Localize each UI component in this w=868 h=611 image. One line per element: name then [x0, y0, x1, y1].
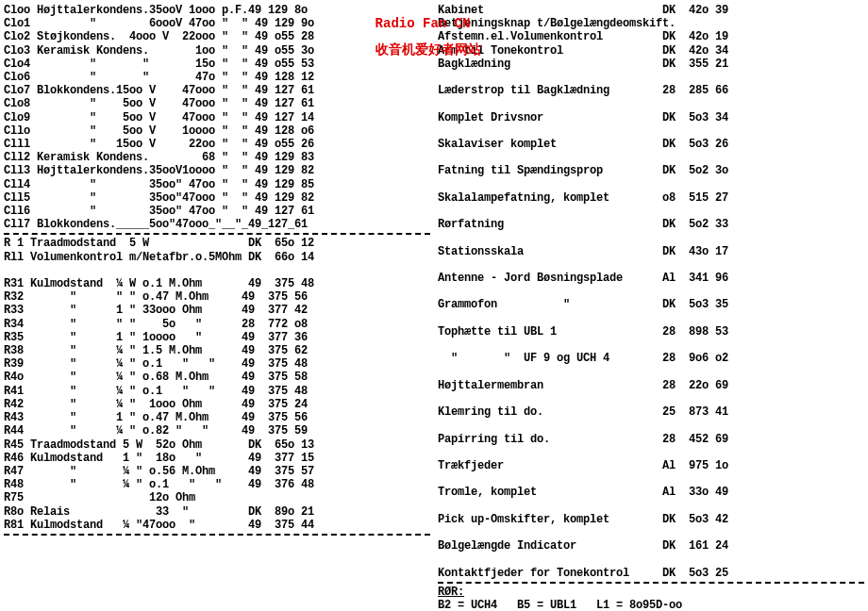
divider: [4, 534, 430, 536]
capacitor-row: Cll5 " 35oo"47ooo " " 49 129 82: [4, 191, 430, 205]
part-row: Antenne - Jord Bøsningsplade Al 341 96: [438, 272, 864, 285]
part-row: Tophætte til UBL 1 28 898 53: [438, 325, 864, 339]
resistor-row: R43 " 1 " o.47 M.Ohm 49 375 56: [4, 411, 430, 424]
resistor-row: Rll Volumenkontrol m/Netafbr.o.5MOhm DK …: [4, 251, 430, 264]
part-row: Kabinet DK 42o 39: [438, 4, 864, 17]
part-row: [438, 124, 864, 138]
capacitor-row: Cll6 " 35oo" 47oo " " 49 127 61: [4, 205, 430, 218]
part-row: Pick up-Omskifter, komplet DK 5o3 42: [438, 513, 864, 526]
part-row: [438, 446, 864, 459]
resistor-row: R 1 Traadmodstand 5 W DK 65o 12: [4, 237, 430, 250]
part-row: Skalaviser komplet DK 5o3 26: [438, 138, 864, 151]
part-row: " " UF 9 og UCH 4 28 9o6 o2: [438, 352, 864, 365]
watermark-line2: 收音机爱好者网站: [376, 42, 481, 58]
part-row: Trækfjeder Al 975 1o: [438, 459, 864, 472]
watermark-line1: Radio Fan CN: [376, 16, 471, 31]
part-row: Afstemn.el.Volumenkontrol DK 42o 19: [438, 30, 864, 43]
part-row: [438, 500, 864, 513]
part-row: Skalalampefatning, komplet o8 515 27: [438, 191, 864, 205]
resistor-row: R45 Traadmodstand 5 W 52o Ohm DK 65o 13: [4, 438, 430, 452]
resistor-row: R38 " ¼ " 1.5 M.Ohm 49 375 62: [4, 344, 430, 357]
resistor-row: R41 " ¼ " o.1 " " 49 375 48: [4, 385, 430, 398]
part-row: [438, 312, 864, 325]
part-row: [438, 151, 864, 164]
part-row: [438, 339, 864, 352]
part-row: [438, 231, 864, 244]
part-row: [438, 258, 864, 272]
parts-list-page: Radio Fan CN 收音机爱好者网站 Cloo Højttalerkond…: [4, 4, 864, 611]
divider: [438, 582, 864, 584]
tubes-heading: RØR:: [438, 586, 864, 599]
right-column: Kabinet DK 42o 39Betjeningsknap t/Bølgel…: [438, 4, 864, 611]
capacitor-row: Clll " 15oo V 22oo " " 49 o55 26: [4, 138, 430, 151]
part-row: Bølgelængde Indicator DK 161 24: [438, 539, 864, 553]
part-row: [438, 419, 864, 432]
capacitor-row: Cll2 Keramisk Kondens. 68 " " 49 129 83: [4, 151, 430, 164]
part-row: Papirring til do. 28 452 69: [438, 433, 864, 446]
resistor-row: R42 " ¼ " 1ooo Ohm 49 375 24: [4, 398, 430, 411]
resistor-row: R31 Kulmodstand ¼ W o.1 M.Ohm 49 375 48: [4, 277, 430, 290]
capacitor-row: Clo9 " 5oo V 47ooo " " 49 127 14: [4, 111, 430, 124]
part-row: [438, 97, 864, 110]
capacitor-row: Cllo " 5oo V 1oooo " " 49 128 o6: [4, 124, 430, 138]
resistor-row: R39 " ¼ " o.1 " " 49 375 48: [4, 357, 430, 371]
cabinet-parts-list: Kabinet DK 42o 39Betjeningsknap t/Bølgel…: [438, 4, 864, 580]
watermark: Radio Fan CN 收音机爱好者网站: [343, 4, 481, 70]
resistor-row: R44 " ¼ " o.82 " " 49 375 59: [4, 424, 430, 438]
capacitor-row: Clo6 " " 47o " " 49 128 12: [4, 71, 430, 84]
part-row: [438, 285, 864, 298]
resistor-row: R75 12o Ohm: [4, 491, 430, 504]
part-row: Fatning til Spændingsprop DK 5o2 3o: [438, 164, 864, 177]
resistor-row: R32 " " " o.47 M.Ohm 49 375 56: [4, 290, 430, 304]
resistor-row: R8o Relais 33 " DK 89o 21: [4, 505, 430, 519]
capacitor-row: Clo8 " 5oo V 47ooo " " 49 127 61: [4, 97, 430, 110]
part-row: Tromle, komplet Al 33o 49: [438, 486, 864, 499]
spacer: [4, 264, 430, 277]
part-row: Grammofon " DK 5o3 35: [438, 298, 864, 311]
part-row: Læderstrop til Bagklædning 28 285 66: [438, 84, 864, 97]
part-row: Højttalermembran 28 22o 69: [438, 379, 864, 392]
part-row: Klemring til do. 25 873 41: [438, 405, 864, 419]
part-row: [438, 71, 864, 84]
part-row: [438, 526, 864, 539]
capacitor-row: Cll7 Blokkondens._____5oo"47ooo_"__"_49_…: [4, 218, 430, 231]
capacitor-row: Cll3 Højttalerkondens.35ooV1oooo " " 49 …: [4, 164, 430, 177]
resistor-list-b: R31 Kulmodstand ¼ W o.1 M.Ohm 49 375 48R…: [4, 277, 430, 532]
part-row: [438, 472, 864, 486]
part-row: Arm til Tonekontrol DK 42o 34: [438, 44, 864, 58]
resistor-row: R34 " " " 5o " 28 772 o8: [4, 318, 430, 331]
part-row: Bagklædning DK 355 21: [438, 58, 864, 71]
resistor-row: R47 " ¼ " o.56 M.Ohm 49 375 57: [4, 465, 430, 478]
part-row: Stationsskala DK 43o 17: [438, 245, 864, 258]
resistor-row: R48 " ¼ " o.1 " " 49 376 48: [4, 478, 430, 491]
part-row: Betjeningsknap t/Bølgelængdeomskift.: [438, 17, 864, 30]
resistor-row: R35 " 1 " 1oooo " 49 377 36: [4, 331, 430, 344]
resistor-row: R4o " ¼ " o.68 M.Ohm 49 375 58: [4, 371, 430, 384]
left-column: Cloo Højttalerkondens.35ooV 1ooo p.F.49 …: [4, 4, 430, 611]
resistor-row: R46 Kulmodstand 1 " 18o " 49 377 15: [4, 452, 430, 465]
part-row: Rørfatning DK 5o2 33: [438, 218, 864, 231]
part-row: [438, 392, 864, 405]
part-row: Kontaktfjeder for Tonekontrol DK 5o3 25: [438, 567, 864, 580]
capacitor-row: Cll4 " 35oo" 47oo " " 49 129 85: [4, 178, 430, 191]
part-row: [438, 205, 864, 218]
part-row: Komplet Drivsnor DK 5o3 34: [438, 111, 864, 124]
resistor-list-a: R 1 Traadmodstand 5 W DK 65o 12Rll Volum…: [4, 237, 430, 263]
part-row: [438, 178, 864, 191]
part-row: [438, 365, 864, 378]
resistor-row: R81 Kulmodstand ¼ "47ooo " 49 375 44: [4, 519, 430, 532]
resistor-row: R33 " 1 " 33ooo Ohm 49 377 42: [4, 304, 430, 317]
capacitor-row: Clo7 Blokkondens.15oo V 47ooo " " 49 127…: [4, 84, 430, 97]
tube-row: B2 = UCH4 B5 = UBL1 L1 = 8o95D-oo: [438, 599, 864, 611]
divider: [4, 233, 430, 235]
part-row: [438, 553, 864, 566]
tubes-list: B2 = UCH4 B5 = UBL1 L1 = 8o95D-ooB3 = UC…: [438, 599, 864, 611]
